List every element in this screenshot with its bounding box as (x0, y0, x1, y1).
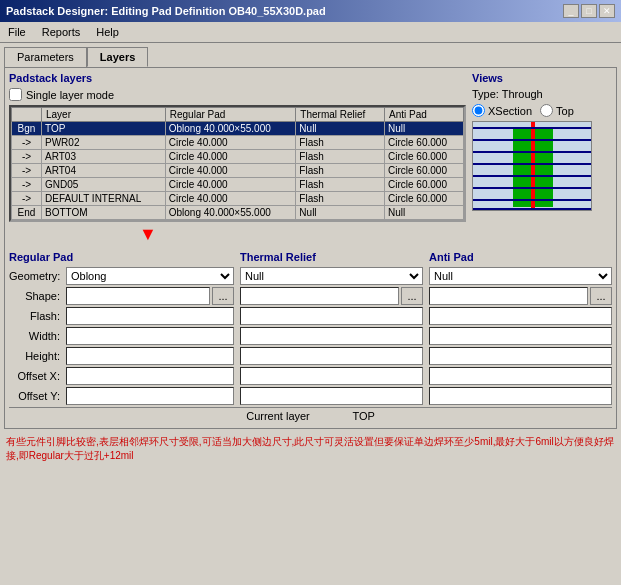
single-layer-checkbox[interactable] (9, 88, 22, 101)
ap-offsetx-row: 0.000 (429, 367, 612, 385)
row-label-1: -> (12, 136, 42, 150)
rp-height-label: Height: (9, 350, 64, 362)
row-anti-6: Null (385, 206, 464, 220)
ap-flash-input[interactable] (429, 307, 612, 325)
tr-offsetx-input[interactable]: 0.000 (240, 367, 423, 385)
rp-flash-input[interactable] (66, 307, 234, 325)
views-section: Views Type: Through XSection Top (472, 72, 612, 222)
menu-reports[interactable]: Reports (38, 24, 85, 40)
single-layer-label: Single layer mode (26, 89, 114, 101)
ap-height-row: 0.000 (429, 347, 612, 365)
type-label: Type: (472, 88, 499, 100)
rp-shape-row: Shape: ... (9, 287, 234, 305)
rp-shape-input[interactable] (66, 287, 210, 305)
views-title: Views (472, 72, 612, 84)
maximize-button[interactable]: □ (581, 4, 597, 18)
xsection-label: XSection (488, 105, 532, 117)
tr-offsetx-row: 0.000 (240, 367, 423, 385)
current-layer-bar: Current layer TOP (9, 407, 612, 424)
thermal-relief-section: Thermal Relief Null ... 0.000 0.0 (240, 251, 423, 407)
tr-flash-input[interactable] (240, 307, 423, 325)
tr-shape-input[interactable] (240, 287, 399, 305)
cross-section-view (472, 121, 592, 211)
row-layer-0: TOP (42, 122, 166, 136)
row-anti-3: Circle 60.000 (385, 164, 464, 178)
cs-hline-1 (473, 127, 592, 129)
rp-width-row: Width: 40.000 (9, 327, 234, 345)
type-row: Type: Through (472, 88, 612, 100)
rp-geometry-select[interactable]: Oblong (66, 267, 234, 285)
row-regular-6: Oblong 40.000×55.000 (165, 206, 296, 220)
row-label-6: End (12, 206, 42, 220)
ap-geometry-row: Null (429, 267, 612, 285)
regular-pad-section: Regular Pad Geometry: Oblong Shape: ... … (9, 251, 234, 407)
menu-file[interactable]: File (4, 24, 30, 40)
ap-width-input[interactable]: 0.000 (429, 327, 612, 345)
table-row-4[interactable]: ->GND05Circle 40.000FlashCircle 60.000 (12, 178, 464, 192)
two-col-layout: Padstack layers Single layer mode L (9, 72, 612, 222)
top-radio[interactable] (540, 104, 553, 117)
rp-width-input[interactable]: 40.000 (66, 327, 234, 345)
row-anti-1: Circle 60.000 (385, 136, 464, 150)
top-radio-label[interactable]: Top (540, 104, 574, 117)
table-scroll[interactable]: Layer Regular Pad Thermal Relief Anti Pa… (11, 107, 464, 220)
tr-offsety-row: 0.000 (240, 387, 423, 405)
tr-height-input[interactable]: 0.000 (240, 347, 423, 365)
tr-geometry-select[interactable]: Null (240, 267, 423, 285)
title-bar-buttons: _ □ ✕ (563, 4, 615, 18)
row-layer-6: BOTTOM (42, 206, 166, 220)
xsection-radio-label[interactable]: XSection (472, 104, 532, 117)
table-row-2[interactable]: ->ART03Circle 40.000FlashCircle 60.000 (12, 150, 464, 164)
tr-shape-browse[interactable]: ... (401, 287, 423, 305)
ap-shape-browse[interactable]: ... (590, 287, 612, 305)
tab-parameters[interactable]: Parameters (4, 47, 87, 67)
menu-bar: File Reports Help (0, 22, 621, 43)
col-header-regular: Regular Pad (165, 108, 296, 122)
minimize-button[interactable]: _ (563, 4, 579, 18)
row-label-5: -> (12, 192, 42, 206)
current-layer-label: Current layer (246, 410, 310, 422)
tr-shape-row: ... (240, 287, 423, 305)
row-thermal-4: Flash (296, 178, 385, 192)
row-label-3: -> (12, 164, 42, 178)
rp-offsetx-label: Offset X: (9, 370, 64, 382)
ap-offsety-row: 0.000 (429, 387, 612, 405)
tr-offsety-input[interactable]: 0.000 (240, 387, 423, 405)
ap-offsetx-input[interactable]: 0.000 (429, 367, 612, 385)
tr-height-row: 0.000 (240, 347, 423, 365)
col-header-layer: Layer (42, 108, 166, 122)
window-title: Padstack Designer: Editing Pad Definitio… (6, 5, 326, 17)
ap-height-input[interactable]: 0.000 (429, 347, 612, 365)
table-row-0[interactable]: BgnTOPOblong 40.000×55.000NullNull (12, 122, 464, 136)
rp-offsetx-row: Offset X: 0.000 (9, 367, 234, 385)
cs-hline-8 (473, 208, 592, 210)
close-button[interactable]: ✕ (599, 4, 615, 18)
tr-flash-row (240, 307, 423, 325)
row-layer-5: DEFAULT INTERNAL (42, 192, 166, 206)
menu-help[interactable]: Help (92, 24, 123, 40)
row-regular-3: Circle 40.000 (165, 164, 296, 178)
padstack-layers-section: Padstack layers Single layer mode L (9, 72, 466, 222)
ap-offsety-input[interactable]: 0.000 (429, 387, 612, 405)
rp-shape-browse[interactable]: ... (212, 287, 234, 305)
cs-red-line (531, 122, 535, 211)
rp-offsety-input[interactable]: 0.000 (66, 387, 234, 405)
tr-width-input[interactable]: 0.000 (240, 327, 423, 345)
ap-geometry-select[interactable]: Null (429, 267, 612, 285)
ap-shape-input[interactable] (429, 287, 588, 305)
table-row-5[interactable]: ->DEFAULT INTERNALCircle 40.000FlashCirc… (12, 192, 464, 206)
rp-offsetx-input[interactable]: 0.000 (66, 367, 234, 385)
table-row-1[interactable]: ->PWR02Circle 40.000FlashCircle 60.000 (12, 136, 464, 150)
xsection-radio[interactable] (472, 104, 485, 117)
table-row-6[interactable]: EndBOTTOMOblong 40.000×55.000NullNull (12, 206, 464, 220)
table-row-3[interactable]: ->ART04Circle 40.000FlashCircle 60.000 (12, 164, 464, 178)
ap-width-row: 0.000 (429, 327, 612, 345)
ap-flash-row (429, 307, 612, 325)
rp-height-input[interactable]: 55.000 (66, 347, 234, 365)
tab-layers[interactable]: Layers (87, 47, 148, 67)
cs-hline-3 (473, 151, 592, 153)
title-bar: Padstack Designer: Editing Pad Definitio… (0, 0, 621, 22)
rp-geometry-row: Geometry: Oblong (9, 267, 234, 285)
row-anti-2: Circle 60.000 (385, 150, 464, 164)
row-label-4: -> (12, 178, 42, 192)
